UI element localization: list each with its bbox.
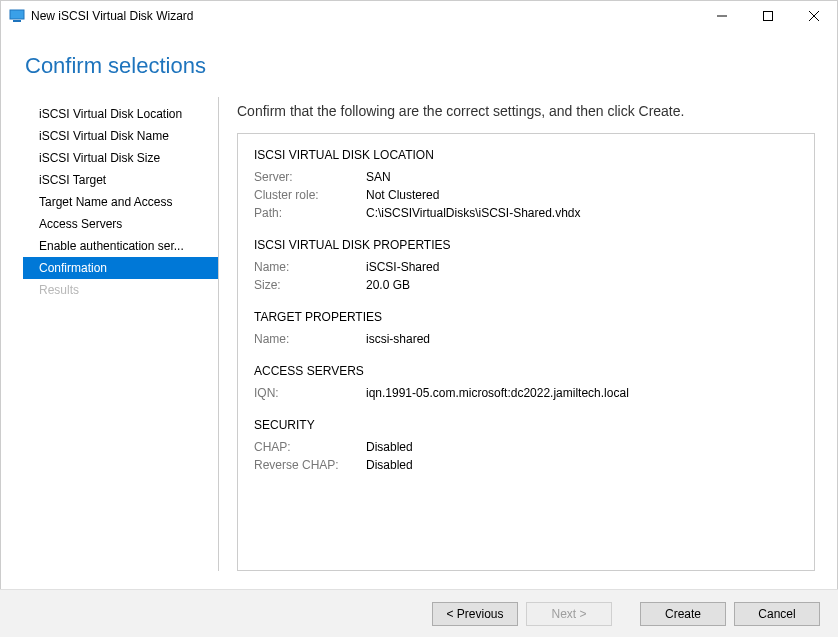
section-title-target: TARGET PROPERTIES <box>254 310 798 324</box>
previous-button[interactable]: < Previous <box>432 602 518 626</box>
value-chap: Disabled <box>366 440 413 454</box>
next-button: Next > <box>526 602 612 626</box>
nav-step-results: Results <box>23 279 218 301</box>
nav-step-target[interactable]: iSCSI Target <box>23 169 218 191</box>
wizard-footer: < Previous Next > Create Cancel <box>0 589 838 637</box>
maximize-button[interactable] <box>745 1 791 31</box>
nav-step-access-servers[interactable]: Access Servers <box>23 213 218 235</box>
svg-rect-3 <box>764 12 773 21</box>
label-disk-size: Size: <box>254 278 366 292</box>
row-iqn: IQN: iqn.1991-05.com.microsoft:dc2022.ja… <box>254 384 798 402</box>
label-reverse-chap: Reverse CHAP: <box>254 458 366 472</box>
nav-step-auth[interactable]: Enable authentication ser... <box>23 235 218 257</box>
row-path: Path: C:\iSCSIVirtualDisks\iSCSI-Shared.… <box>254 204 798 222</box>
row-server: Server: SAN <box>254 168 798 186</box>
label-iqn: IQN: <box>254 386 366 400</box>
row-disk-size: Size: 20.0 GB <box>254 276 798 294</box>
page-title: Confirm selections <box>25 53 813 79</box>
summary-panel: ISCSI VIRTUAL DISK LOCATION Server: SAN … <box>237 133 815 571</box>
section-access-servers: ACCESS SERVERS IQN: iqn.1991-05.com.micr… <box>254 364 798 402</box>
close-button[interactable] <box>791 1 837 31</box>
label-cluster-role: Cluster role: <box>254 188 366 202</box>
section-title-properties: ISCSI VIRTUAL DISK PROPERTIES <box>254 238 798 252</box>
nav-step-location[interactable]: iSCSI Virtual Disk Location <box>23 103 218 125</box>
row-target-name: Name: iscsi-shared <box>254 330 798 348</box>
nav-step-name[interactable]: iSCSI Virtual Disk Name <box>23 125 218 147</box>
value-target-name: iscsi-shared <box>366 332 430 346</box>
label-path: Path: <box>254 206 366 220</box>
titlebar: New iSCSI Virtual Disk Wizard <box>1 1 837 31</box>
create-button[interactable]: Create <box>640 602 726 626</box>
nav-step-confirmation[interactable]: Confirmation <box>23 257 218 279</box>
wizard-nav: iSCSI Virtual Disk Location iSCSI Virtua… <box>23 97 219 571</box>
instruction-text: Confirm that the following are the corre… <box>237 103 815 119</box>
value-server: SAN <box>366 170 391 184</box>
window-title: New iSCSI Virtual Disk Wizard <box>31 9 193 23</box>
value-path: C:\iSCSIVirtualDisks\iSCSI-Shared.vhdx <box>366 206 581 220</box>
row-reverse-chap: Reverse CHAP: Disabled <box>254 456 798 474</box>
svg-rect-0 <box>10 10 24 19</box>
wizard-header: Confirm selections <box>1 31 837 89</box>
row-cluster-role: Cluster role: Not Clustered <box>254 186 798 204</box>
section-properties: ISCSI VIRTUAL DISK PROPERTIES Name: iSCS… <box>254 238 798 294</box>
value-disk-size: 20.0 GB <box>366 278 410 292</box>
section-location: ISCSI VIRTUAL DISK LOCATION Server: SAN … <box>254 148 798 222</box>
minimize-button[interactable] <box>699 1 745 31</box>
cancel-button[interactable]: Cancel <box>734 602 820 626</box>
section-title-location: ISCSI VIRTUAL DISK LOCATION <box>254 148 798 162</box>
wizard-body: iSCSI Virtual Disk Location iSCSI Virtua… <box>1 89 837 571</box>
wizard-content: Confirm that the following are the corre… <box>219 97 815 571</box>
label-chap: CHAP: <box>254 440 366 454</box>
label-target-name: Name: <box>254 332 366 346</box>
section-title-security: SECURITY <box>254 418 798 432</box>
nav-step-size[interactable]: iSCSI Virtual Disk Size <box>23 147 218 169</box>
section-security: SECURITY CHAP: Disabled Reverse CHAP: Di… <box>254 418 798 474</box>
value-iqn: iqn.1991-05.com.microsoft:dc2022.jamilte… <box>366 386 629 400</box>
row-chap: CHAP: Disabled <box>254 438 798 456</box>
app-icon <box>9 8 25 24</box>
value-disk-name: iSCSI-Shared <box>366 260 439 274</box>
section-title-access: ACCESS SERVERS <box>254 364 798 378</box>
label-server: Server: <box>254 170 366 184</box>
row-disk-name: Name: iSCSI-Shared <box>254 258 798 276</box>
window-buttons <box>699 1 837 31</box>
label-disk-name: Name: <box>254 260 366 274</box>
value-reverse-chap: Disabled <box>366 458 413 472</box>
section-target: TARGET PROPERTIES Name: iscsi-shared <box>254 310 798 348</box>
value-cluster-role: Not Clustered <box>366 188 439 202</box>
svg-rect-1 <box>13 20 21 22</box>
nav-step-target-name[interactable]: Target Name and Access <box>23 191 218 213</box>
